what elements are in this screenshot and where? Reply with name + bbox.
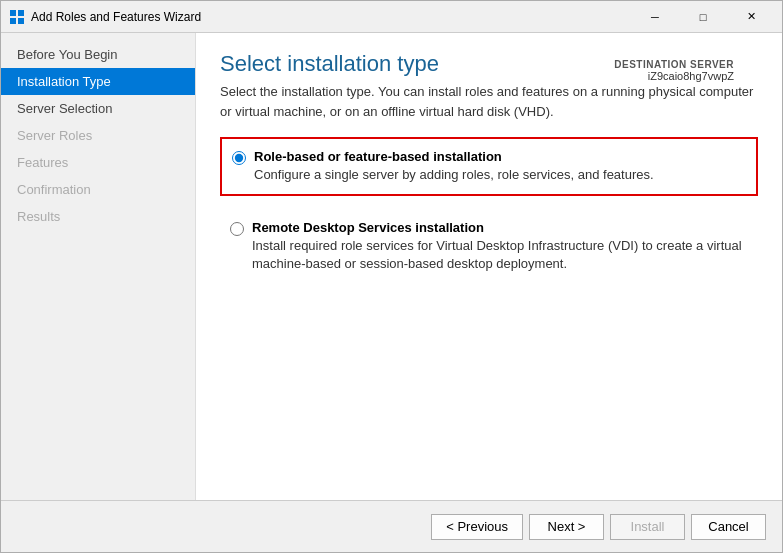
remote-desktop-radio[interactable] [230,222,244,236]
options-area: Select the installation type. You can in… [196,82,782,500]
destination-server-info: DESTINATION SERVER iZ9caio8hg7vwpZ [614,51,758,82]
role-based-label: Role-based or feature-based installation [254,149,654,164]
sidebar-item-server-selection[interactable]: Server Selection [1,95,195,122]
cancel-button[interactable]: Cancel [691,514,766,540]
next-button[interactable]: Next > [529,514,604,540]
description-text: Select the installation type. You can in… [220,82,758,121]
svg-rect-2 [10,18,16,24]
remote-desktop-label: Remote Desktop Services installation [252,220,744,235]
window-controls: ─ □ ✕ [632,2,774,32]
destination-label: DESTINATION SERVER [614,59,734,70]
svg-rect-3 [18,18,24,24]
sidebar: Before You Begin Installation Type Serve… [1,33,196,500]
sidebar-item-confirmation: Confirmation [1,176,195,203]
right-header: Select installation type DESTINATION SER… [196,33,782,82]
remote-desktop-option[interactable]: Remote Desktop Services installation Ins… [220,210,758,283]
minimize-button[interactable]: ─ [632,2,678,32]
main-area: Before You Begin Installation Type Serve… [1,33,782,500]
sidebar-item-installation-type[interactable]: Installation Type [1,68,195,95]
sidebar-item-results: Results [1,203,195,230]
close-button[interactable]: ✕ [728,2,774,32]
server-name: iZ9caio8hg7vwpZ [614,70,734,82]
title-bar: Add Roles and Features Wizard ─ □ ✕ [1,1,782,33]
svg-rect-0 [10,10,16,16]
sidebar-item-server-roles: Server Roles [1,122,195,149]
footer: < Previous Next > Install Cancel [1,500,782,552]
role-based-option[interactable]: Role-based or feature-based installation… [220,137,758,196]
role-based-desc: Configure a single server by adding role… [254,166,654,184]
sidebar-item-features: Features [1,149,195,176]
page-title: Select installation type [220,51,439,77]
remote-desktop-content: Remote Desktop Services installation Ins… [252,220,744,273]
window-title: Add Roles and Features Wizard [31,10,632,24]
remote-desktop-desc: Install required role services for Virtu… [252,237,744,273]
app-icon [9,9,25,25]
main-window: Add Roles and Features Wizard ─ □ ✕ Befo… [0,0,783,553]
sidebar-item-before-you-begin[interactable]: Before You Begin [1,41,195,68]
install-button: Install [610,514,685,540]
right-panel: Select installation type DESTINATION SER… [196,33,782,500]
previous-button[interactable]: < Previous [431,514,523,540]
maximize-button[interactable]: □ [680,2,726,32]
role-based-radio[interactable] [232,151,246,165]
svg-rect-1 [18,10,24,16]
role-based-content: Role-based or feature-based installation… [254,149,654,184]
